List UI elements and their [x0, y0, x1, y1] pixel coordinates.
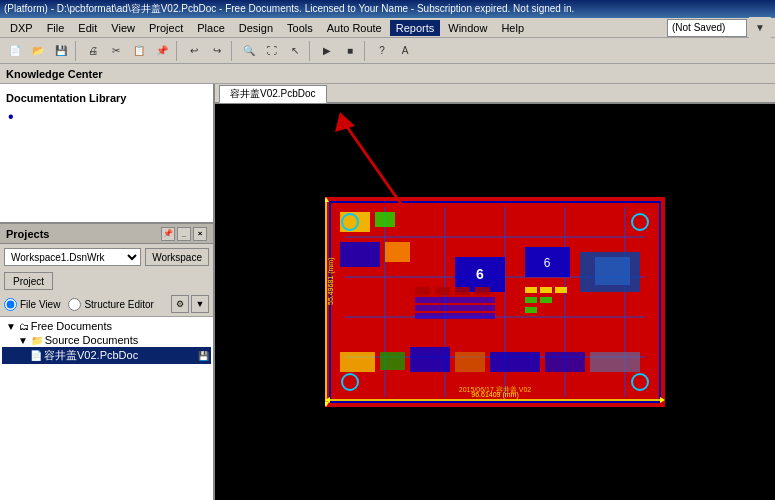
file-view-radio[interactable] [4, 298, 17, 311]
svg-text:96.61409 (mm): 96.61409 (mm) [471, 391, 518, 399]
close-icon[interactable]: × [193, 227, 207, 241]
paste-btn[interactable]: 📌 [151, 40, 173, 62]
help-btn[interactable]: ? [371, 40, 393, 62]
redo-btn[interactable]: ↪ [206, 40, 228, 62]
structure-editor-option[interactable]: Structure Editor [68, 298, 153, 311]
svg-rect-36 [455, 287, 470, 295]
knowledge-center-bar: Knowledge Center [0, 64, 775, 84]
toolbar: 📄 📂 💾 🖨 ✂ 📋 📌 ↩ ↪ 🔍 ⛶ ↖ ▶ ■ ? A [0, 38, 775, 64]
fit-btn[interactable]: ⛶ [261, 40, 283, 62]
menu-reports[interactable]: Reports [390, 20, 441, 36]
sep3 [231, 41, 235, 61]
svg-rect-45 [540, 297, 552, 303]
view-toggle: File View Structure Editor ⚙ ▼ [0, 292, 213, 317]
view-icon-btn1[interactable]: ⚙ [171, 295, 189, 313]
status-box: (Not Saved) [667, 19, 747, 37]
stop-btn[interactable]: ■ [339, 40, 361, 62]
project-row: Project [0, 270, 213, 292]
svg-rect-26 [455, 352, 485, 372]
open-btn[interactable]: 📂 [27, 40, 49, 62]
pcb-svg: 6 6 [325, 197, 665, 407]
tab-label: 容井盖V02.PcbDoc [230, 87, 316, 101]
sep2 [176, 41, 180, 61]
structure-editor-radio[interactable] [68, 298, 81, 311]
svg-rect-39 [415, 305, 495, 311]
title-text: (Platform) - D:\pcbformat\ad\容井盖V02.PcbD… [4, 2, 574, 16]
svg-rect-14 [375, 212, 395, 227]
svg-rect-44 [525, 297, 537, 303]
folder-icon-2: ▼ 📁 [18, 335, 43, 346]
menu-view[interactable]: View [105, 20, 141, 36]
project-button[interactable]: Project [4, 272, 53, 290]
workspace-button[interactable]: Workspace [145, 248, 209, 266]
left-panel: Documentation Library • Projects 📌 _ × W… [0, 84, 215, 500]
pcb-canvas[interactable]: 6 6 [215, 104, 775, 500]
a-btn[interactable]: A [394, 40, 416, 62]
file-tree: ▼ 🗂 Free Documents ▼ 📁 Source Documents … [0, 317, 213, 500]
menu-place[interactable]: Place [191, 20, 231, 36]
svg-marker-1 [335, 112, 355, 132]
pcb-file-icon: 📄 [30, 350, 42, 361]
menu-project[interactable]: Project [143, 20, 189, 36]
tree-source-docs[interactable]: ▼ 📁 Source Documents [2, 333, 211, 347]
tree-pcbdoc[interactable]: 📄 容井盖V02.PcbDoc 💾 [2, 347, 211, 364]
projects-header: Projects 📌 _ × [0, 224, 213, 244]
sep5 [364, 41, 368, 61]
undo-btn[interactable]: ↩ [183, 40, 205, 62]
folder-icon: ▼ 🗂 [6, 321, 29, 332]
view-icon-btn2[interactable]: ▼ [191, 295, 209, 313]
workspace-row: Workspace1.DsnWrk Workspace [0, 244, 213, 270]
kc-content: Documentation Library • [0, 84, 213, 224]
menu-design[interactable]: Design [233, 20, 279, 36]
pcbdoc-label: 容井盖V02.PcbDoc [44, 348, 138, 363]
svg-rect-15 [340, 242, 380, 267]
svg-rect-29 [590, 352, 640, 372]
toolbar-extra-btn[interactable]: ▼ [749, 17, 771, 39]
svg-text:6: 6 [544, 256, 551, 270]
svg-rect-24 [380, 352, 405, 370]
svg-text:55.49681 (mm): 55.49681 (mm) [327, 258, 335, 305]
select-btn[interactable]: ↖ [284, 40, 306, 62]
run-btn[interactable]: ▶ [316, 40, 338, 62]
svg-rect-42 [540, 287, 552, 293]
tab-bar: 容井盖V02.PcbDoc [215, 84, 775, 104]
save-btn[interactable]: 💾 [50, 40, 72, 62]
file-view-label: File View [20, 299, 60, 310]
minimize-icon[interactable]: _ [177, 227, 191, 241]
menu-dxp[interactable]: DXP [4, 20, 39, 36]
print-btn[interactable]: 🖨 [82, 40, 104, 62]
copy-btn[interactable]: 📋 [128, 40, 150, 62]
view-icons: ⚙ ▼ [171, 295, 209, 313]
projects-title: Projects [6, 228, 49, 240]
zoom-btn[interactable]: 🔍 [238, 40, 260, 62]
pin-icon[interactable]: 📌 [161, 227, 175, 241]
right-area: 容井盖V02.PcbDoc [215, 84, 775, 500]
svg-rect-40 [415, 313, 495, 319]
menu-window[interactable]: Window [442, 20, 493, 36]
menu-help[interactable]: Help [495, 20, 530, 36]
menu-auto-route[interactable]: Auto Route [321, 20, 388, 36]
workspace-select[interactable]: Workspace1.DsnWrk [4, 248, 141, 266]
projects-header-icons: 📌 _ × [161, 227, 207, 241]
file-saved-icon: 💾 [198, 351, 209, 361]
svg-text:6: 6 [476, 266, 484, 282]
svg-rect-25 [410, 347, 450, 372]
tree-free-docs[interactable]: ▼ 🗂 Free Documents [2, 319, 211, 333]
structure-editor-label: Structure Editor [84, 299, 153, 310]
svg-rect-46 [525, 307, 537, 313]
svg-rect-23 [340, 352, 375, 372]
menu-file[interactable]: File [41, 20, 71, 36]
file-view-option[interactable]: File View [4, 298, 60, 311]
doc-library-dot: • [4, 108, 209, 126]
free-docs-label: Free Documents [31, 320, 112, 332]
title-bar: (Platform) - D:\pcbformat\ad\容井盖V02.PcbD… [0, 0, 775, 18]
cut-btn[interactable]: ✂ [105, 40, 127, 62]
new-btn[interactable]: 📄 [4, 40, 26, 62]
doc-library-title: Documentation Library [4, 88, 209, 108]
svg-rect-16 [385, 242, 410, 262]
pcb-board: 6 6 [325, 197, 665, 407]
pcbdoc-tab[interactable]: 容井盖V02.PcbDoc [219, 85, 327, 103]
menu-edit[interactable]: Edit [72, 20, 103, 36]
svg-rect-28 [545, 352, 585, 372]
menu-tools[interactable]: Tools [281, 20, 319, 36]
